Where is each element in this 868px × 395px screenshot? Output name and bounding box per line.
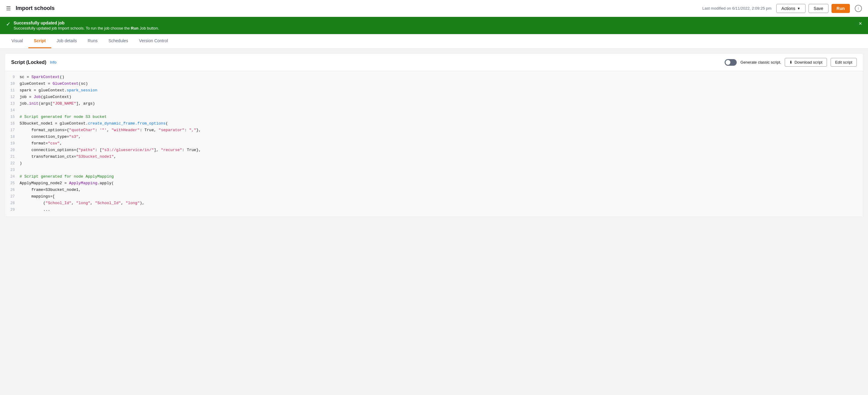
code-line: 17 format_options={"quoteChar": '"', "wi… bbox=[5, 127, 863, 134]
line-content: mappings=[ bbox=[20, 194, 55, 200]
tab-job-details[interactable]: Job details bbox=[51, 34, 83, 48]
line-content: connection_options={"paths": ["s3://glue… bbox=[20, 147, 201, 154]
line-content: spark = glueContext.spark_session bbox=[20, 88, 97, 94]
line-number: 9 bbox=[5, 74, 20, 80]
line-number: 28 bbox=[5, 200, 20, 206]
line-content: ("School_Id", "long", "School_Id", "long… bbox=[20, 200, 145, 206]
line-number: 17 bbox=[5, 127, 20, 133]
code-line: 27 mappings=[ bbox=[5, 194, 863, 200]
header-actions: Actions ▼ Save Run bbox=[776, 4, 850, 13]
line-content: sc = SparkContext() bbox=[20, 74, 64, 80]
last-modified-text: Last modified on 6/11/2022, 2:09:25 pm bbox=[702, 6, 771, 10]
actions-label: Actions bbox=[781, 6, 795, 11]
tab-runs[interactable]: Runs bbox=[83, 34, 103, 48]
success-banner: ✓ Successfully updated job Successfully … bbox=[0, 17, 868, 34]
save-button[interactable]: Save bbox=[809, 4, 829, 13]
line-number: 21 bbox=[5, 154, 20, 160]
banner-content: Successfully updated job Successfully up… bbox=[13, 21, 159, 30]
code-line: 23 bbox=[5, 167, 863, 174]
script-info-link[interactable]: Info bbox=[50, 60, 56, 65]
generate-classic-toggle[interactable] bbox=[725, 59, 737, 66]
code-line: 9 sc = SparkContext() bbox=[5, 74, 863, 81]
script-header-right: Generate classic script. ⬇ Download scri… bbox=[725, 58, 857, 67]
line-content: ) bbox=[20, 160, 22, 167]
line-content: format_options={"quoteChar": '"', "withH… bbox=[20, 127, 201, 134]
banner-title: Successfully updated job bbox=[13, 21, 159, 25]
code-line: 22 ) bbox=[5, 160, 863, 167]
code-line: 11 spark = glueContext.spark_session bbox=[5, 88, 863, 94]
generate-classic-label: Generate classic script. bbox=[740, 60, 781, 65]
line-number: 26 bbox=[5, 187, 20, 193]
line-number: 24 bbox=[5, 174, 20, 180]
line-content: # Script generated for node ApplyMapping bbox=[20, 174, 114, 180]
line-content: # Script generated for node S3 bucket bbox=[20, 114, 107, 120]
download-script-button[interactable]: ⬇ Download script bbox=[785, 58, 827, 67]
header: ☰ Import schools Last modified on 6/11/2… bbox=[0, 0, 868, 17]
menu-icon[interactable]: ☰ bbox=[6, 5, 11, 12]
line-number: 13 bbox=[5, 101, 20, 107]
line-content: ApplyMapping_node2 = ApplyMapping.apply( bbox=[20, 180, 114, 187]
code-line: 15 # Script generated for node S3 bucket bbox=[5, 114, 863, 121]
edit-script-button[interactable]: Edit script bbox=[831, 58, 857, 67]
tab-version-control[interactable]: Version Control bbox=[134, 34, 174, 48]
code-line: 24 # Script generated for node ApplyMapp… bbox=[5, 174, 863, 180]
line-number: 23 bbox=[5, 167, 20, 173]
tab-script[interactable]: Script bbox=[28, 34, 51, 48]
script-title: Script (Locked) bbox=[11, 60, 46, 65]
line-content: job.init(args["JOB_NAME"], args) bbox=[20, 101, 95, 107]
code-line: 29 ... bbox=[5, 207, 863, 213]
code-line: 12 job = Job(glueContext) bbox=[5, 94, 863, 101]
code-line: 19 format="csv", bbox=[5, 140, 863, 147]
download-label: Download script bbox=[794, 60, 823, 65]
line-number: 18 bbox=[5, 134, 20, 140]
code-line: 25 ApplyMapping_node2 = ApplyMapping.app… bbox=[5, 180, 863, 187]
toggle-slider bbox=[725, 59, 737, 66]
line-number: 20 bbox=[5, 147, 20, 153]
banner-text-before: Successfully updated job Import schools.… bbox=[13, 26, 131, 30]
tabs-bar: Visual Script Job details Runs Schedules… bbox=[0, 34, 868, 48]
line-number: 10 bbox=[5, 81, 20, 87]
line-number: 29 bbox=[5, 207, 20, 213]
code-line: 10 glueContext = GlueContext(sc) bbox=[5, 81, 863, 88]
code-editor: 9 sc = SparkContext() 10 glueContext = G… bbox=[5, 71, 863, 217]
line-number: 25 bbox=[5, 180, 20, 186]
code-line: 21 transformation_ctx="S3bucket_node1", bbox=[5, 154, 863, 160]
banner-close-button[interactable]: × bbox=[859, 21, 862, 27]
code-line: 26 frame=S3bucket_node1, bbox=[5, 187, 863, 194]
tab-visual[interactable]: Visual bbox=[6, 34, 28, 48]
tab-schedules[interactable]: Schedules bbox=[103, 34, 133, 48]
line-content: glueContext = GlueContext(sc) bbox=[20, 81, 88, 87]
line-number: 12 bbox=[5, 94, 20, 100]
code-line: 20 connection_options={"paths": ["s3://g… bbox=[5, 147, 863, 154]
line-content: job = Job(glueContext) bbox=[20, 94, 71, 100]
line-content: frame=S3bucket_node1, bbox=[20, 187, 81, 193]
line-content: format="csv", bbox=[20, 140, 62, 147]
run-button[interactable]: Run bbox=[832, 4, 850, 13]
chevron-down-icon: ▼ bbox=[797, 7, 800, 10]
page-title: Import schools bbox=[16, 5, 698, 11]
code-line: 13 job.init(args["JOB_NAME"], args) bbox=[5, 101, 863, 107]
line-number: 11 bbox=[5, 88, 20, 94]
actions-button[interactable]: Actions ▼ bbox=[776, 4, 806, 13]
line-number: 19 bbox=[5, 140, 20, 146]
script-panel: Script (Locked) Info Generate classic sc… bbox=[5, 53, 863, 217]
line-content: connection_type="s3", bbox=[20, 134, 81, 140]
line-number: 14 bbox=[5, 107, 20, 113]
info-icon[interactable]: i bbox=[855, 5, 862, 12]
banner-text: Successfully updated job Import schools.… bbox=[13, 26, 159, 30]
line-content: ... bbox=[20, 207, 50, 213]
download-icon: ⬇ bbox=[789, 60, 793, 65]
line-number: 22 bbox=[5, 160, 20, 166]
line-number: 15 bbox=[5, 114, 20, 120]
line-content: transformation_ctx="S3bucket_node1", bbox=[20, 154, 116, 160]
code-line: 14 bbox=[5, 107, 863, 114]
line-content: S3bucket_node1 = glueContext.create_dyna… bbox=[20, 121, 168, 127]
line-number: 16 bbox=[5, 121, 20, 127]
code-line: 28 ("School_Id", "long", "School_Id", "l… bbox=[5, 200, 863, 207]
line-number: 27 bbox=[5, 194, 20, 200]
code-line: 18 connection_type="s3", bbox=[5, 134, 863, 140]
script-header: Script (Locked) Info Generate classic sc… bbox=[5, 54, 863, 71]
banner-text-bold: Run bbox=[131, 26, 138, 30]
code-line: 16 S3bucket_node1 = glueContext.create_d… bbox=[5, 121, 863, 127]
success-icon: ✓ bbox=[6, 21, 10, 27]
